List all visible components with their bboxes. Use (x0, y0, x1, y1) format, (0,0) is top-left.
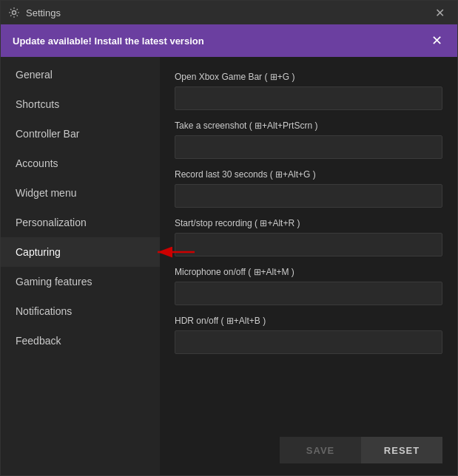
sidebar-label-widget-menu: Widget menu (16, 187, 76, 199)
update-banner: Update available! Install the latest ver… (1, 24, 457, 57)
sidebar-item-accounts[interactable]: Accounts (1, 149, 160, 178)
shortcut-label-hdr: HDR on/off ( ⊞+Alt+B ) (175, 316, 442, 326)
shortcut-label-screenshot: Take a screenshot ( ⊞+Alt+PrtScrn ) (175, 120, 442, 131)
shortcut-input-record-last[interactable] (175, 184, 442, 208)
sidebar-item-feedback[interactable]: Feedback (1, 326, 160, 356)
shortcuts-scroll: Open Xbox Game Bar ( ⊞+G ) Take a screen… (175, 72, 442, 425)
save-button[interactable]: SAVE (280, 437, 361, 463)
shortcut-input-open-xbox[interactable] (175, 86, 442, 110)
shortcut-input-start-stop[interactable] (175, 233, 442, 256)
reset-button[interactable]: RESET (361, 437, 442, 463)
sidebar-item-widget-menu[interactable]: Widget menu (1, 178, 160, 208)
sidebar-label-general: General (16, 69, 53, 81)
sidebar: General Shortcuts Controller Bar Account… (1, 57, 160, 475)
shortcut-input-hdr[interactable] (175, 330, 442, 354)
shortcut-group-start-stop: Start/stop recording ( ⊞+Alt+R ) (175, 218, 442, 256)
footer-buttons: SAVE RESET (175, 425, 442, 475)
titlebar-left: Settings (8, 7, 61, 18)
sidebar-item-notifications[interactable]: Notifications (1, 296, 160, 326)
sidebar-item-personalization[interactable]: Personalization (1, 208, 160, 237)
settings-window: Settings ✕ Update available! Install the… (0, 0, 458, 476)
shortcut-label-start-stop: Start/stop recording ( ⊞+Alt+R ) (175, 218, 442, 228)
sidebar-item-controller-bar[interactable]: Controller Bar (1, 119, 160, 149)
shortcut-label-record-last: Record last 30 seconds ( ⊞+Alt+G ) (175, 169, 442, 180)
sidebar-label-accounts: Accounts (16, 157, 58, 169)
sidebar-label-feedback: Feedback (16, 335, 61, 347)
titlebar: Settings ✕ (1, 1, 457, 24)
shortcut-group-screenshot: Take a screenshot ( ⊞+Alt+PrtScrn ) (175, 120, 442, 159)
shortcut-label-open-xbox: Open Xbox Game Bar ( ⊞+G ) (175, 72, 442, 82)
main-content: General Shortcuts Controller Bar Account… (1, 57, 457, 475)
update-banner-text: Update available! Install the latest ver… (13, 35, 204, 47)
svg-point-0 (13, 11, 16, 15)
update-banner-close[interactable]: ✕ (428, 32, 445, 50)
content-panel: Open Xbox Game Bar ( ⊞+G ) Take a screen… (160, 57, 457, 475)
shortcut-group-record-last: Record last 30 seconds ( ⊞+Alt+G ) (175, 169, 442, 208)
sidebar-label-gaming-features: Gaming features (16, 276, 92, 288)
sidebar-item-shortcuts[interactable]: Shortcuts (1, 89, 160, 119)
sidebar-label-notifications: Notifications (16, 305, 72, 317)
sidebar-item-general[interactable]: General (1, 60, 160, 89)
sidebar-item-capturing[interactable]: Capturing (1, 237, 160, 267)
settings-icon (8, 7, 20, 18)
sidebar-label-shortcuts: Shortcuts (16, 98, 59, 110)
shortcut-input-microphone[interactable] (175, 282, 442, 305)
shortcut-label-microphone: Microphone on/off ( ⊞+Alt+M ) (175, 267, 442, 277)
shortcut-input-screenshot[interactable] (175, 135, 442, 159)
sidebar-item-gaming-features[interactable]: Gaming features (1, 267, 160, 296)
shortcut-group-microphone: Microphone on/off ( ⊞+Alt+M ) (175, 267, 442, 305)
window-title: Settings (26, 7, 61, 18)
shortcut-group-hdr: HDR on/off ( ⊞+Alt+B ) (175, 316, 442, 354)
sidebar-label-personalization: Personalization (16, 217, 87, 228)
sidebar-label-capturing: Capturing (16, 246, 61, 258)
shortcut-group-open-xbox: Open Xbox Game Bar ( ⊞+G ) (175, 72, 442, 110)
sidebar-label-controller-bar: Controller Bar (16, 128, 79, 140)
close-button[interactable]: ✕ (429, 2, 450, 23)
